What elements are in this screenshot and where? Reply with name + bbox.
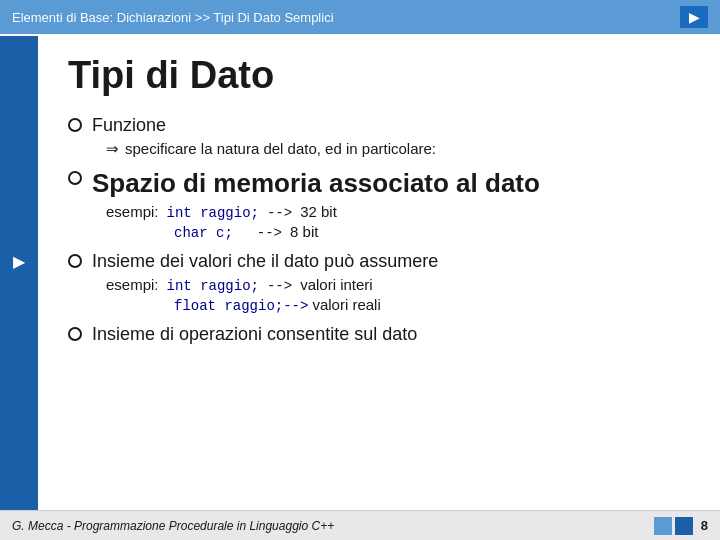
arrow-text: --> bbox=[267, 205, 292, 221]
bullet-insieme-valori-main: Insieme dei valori che il dato può assum… bbox=[68, 251, 690, 272]
bullet-circle bbox=[68, 171, 82, 185]
arrow-icon: ⇒ bbox=[106, 140, 119, 158]
arrow-text-2: --> bbox=[257, 225, 282, 241]
bullet-spazio-main: Spazio di memoria associato al dato bbox=[68, 168, 690, 199]
example-label-2: esempi: bbox=[106, 276, 159, 293]
arrow-text-3: --> bbox=[267, 278, 292, 294]
bullet-insieme-operazioni-label: Insieme di operazioni consentite sul dat… bbox=[92, 324, 417, 345]
main-content: Tipi di Dato Funzione ⇒ specificare la n… bbox=[38, 36, 720, 540]
example-block-spazio: esempi: int raggio; --> 32 bit char c; -… bbox=[106, 203, 690, 241]
breadcrumb: Elementi di Base: Dichiarazioni >> Tipi … bbox=[12, 10, 334, 25]
bullet-circle bbox=[68, 254, 82, 268]
bullet-funzione-main: Funzione bbox=[68, 115, 690, 136]
result-8bit: 8 bit bbox=[290, 223, 318, 240]
example-line-int-raggio: esempi: int raggio; --> 32 bit bbox=[106, 203, 690, 221]
footer-text: G. Mecca - Programmazione Procedurale in… bbox=[12, 519, 334, 533]
page-number: 8 bbox=[701, 518, 708, 533]
nav-squares bbox=[654, 517, 693, 535]
bullet-funzione: Funzione ⇒ specificare la natura del dat… bbox=[68, 115, 690, 158]
code-char-c: char c; bbox=[174, 225, 233, 241]
footer-bar: G. Mecca - Programmazione Procedurale in… bbox=[0, 510, 720, 540]
header-bar: Elementi di Base: Dichiarazioni >> Tipi … bbox=[0, 0, 720, 34]
left-play-button[interactable] bbox=[0, 245, 38, 277]
bullet-insieme-operazioni-main: Insieme di operazioni consentite sul dat… bbox=[68, 324, 690, 345]
result-valori-reali: valori reali bbox=[312, 296, 380, 313]
next-button[interactable] bbox=[680, 6, 708, 28]
subbullet-funzione: ⇒ specificare la natura del dato, ed in … bbox=[106, 140, 690, 158]
bullet-circle bbox=[68, 327, 82, 341]
subbullet-funzione-text: specificare la natura del dato, ed in pa… bbox=[125, 140, 436, 157]
nav-square-2[interactable] bbox=[675, 517, 693, 535]
bullet-insieme-operazioni: Insieme di operazioni consentite sul dat… bbox=[68, 324, 690, 345]
bullet-insieme-valori: Insieme dei valori che il dato può assum… bbox=[68, 251, 690, 314]
page-title: Tipi di Dato bbox=[68, 54, 690, 97]
bullet-spazio: Spazio di memoria associato al dato esem… bbox=[68, 168, 690, 241]
bullet-insieme-valori-label: Insieme dei valori che il dato può assum… bbox=[92, 251, 438, 272]
example-line-int-raggio-2: esempi: int raggio; --> valori interi bbox=[106, 276, 690, 294]
example-line-char-c: char c; --> 8 bit bbox=[106, 223, 690, 241]
code-int-raggio-2: int raggio; bbox=[167, 278, 259, 294]
example-label: esempi: bbox=[106, 203, 159, 220]
result-valori-interi: valori interi bbox=[300, 276, 373, 293]
bullet-funzione-label: Funzione bbox=[92, 115, 166, 136]
result-32bit: 32 bit bbox=[300, 203, 337, 220]
code-int-raggio: int raggio; bbox=[167, 205, 259, 221]
example-block-valori: esempi: int raggio; --> valori interi fl… bbox=[106, 276, 690, 314]
bullet-spazio-label: Spazio di memoria associato al dato bbox=[92, 168, 540, 199]
nav-square-1[interactable] bbox=[654, 517, 672, 535]
left-sidebar-stripe bbox=[0, 36, 38, 540]
code-float-raggio: float raggio;--> bbox=[174, 298, 308, 314]
bullet-circle bbox=[68, 118, 82, 132]
example-line-float: float raggio;--> valori reali bbox=[106, 296, 690, 314]
